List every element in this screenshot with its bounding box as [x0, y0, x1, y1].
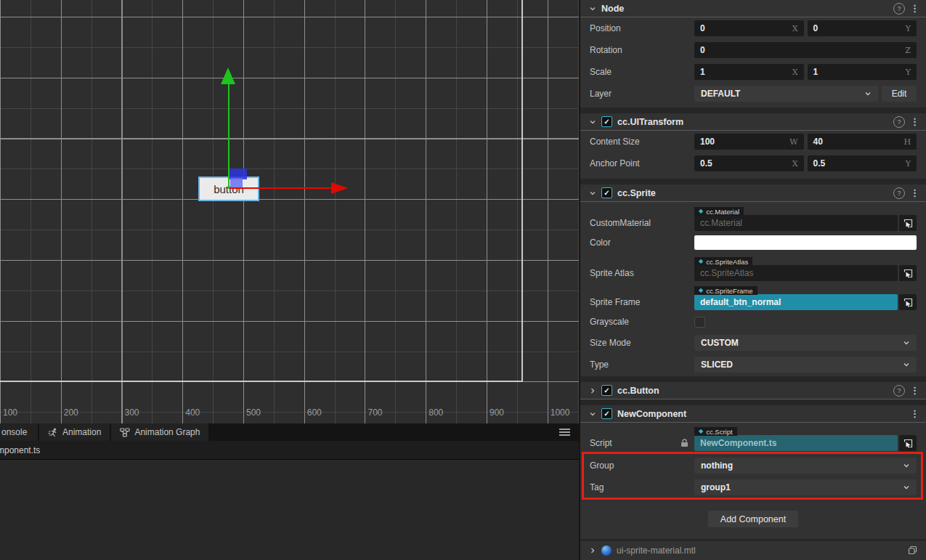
diamond-icon: ◆: [699, 259, 703, 264]
sprite-atlas-row: Sprite Atlas ◆cc.SpriteAtlas cc.SpriteAt…: [580, 256, 926, 281]
unit-x: X: [792, 159, 798, 169]
component-enabled-checkbox[interactable]: [601, 408, 612, 419]
asset-picker-button[interactable]: [899, 435, 917, 451]
unit-x: X: [792, 24, 798, 33]
gizmo-x-axis-arrow-icon[interactable]: [331, 182, 348, 194]
type-row: Type SLICED: [580, 354, 926, 375]
help-icon[interactable]: [893, 187, 905, 199]
node-section-header[interactable]: Node: [580, 0, 926, 17]
section-menu-icon[interactable]: [910, 408, 917, 419]
scale-x-field[interactable]: 1 X: [694, 64, 804, 80]
asset-picker-icon: [903, 269, 913, 278]
asset-picker-icon: [903, 439, 913, 448]
content-size-h-field[interactable]: 40 H: [808, 134, 917, 150]
custom-material-field[interactable]: cc.Material: [694, 215, 898, 231]
help-icon[interactable]: [893, 116, 905, 128]
sprite-frame-field[interactable]: default_btn_normal: [694, 294, 898, 310]
script-file-label: mponent.ts: [0, 445, 40, 455]
design-canvas-bottom-edge: [0, 381, 523, 382]
layer-edit-button[interactable]: Edit: [882, 86, 917, 102]
scene-viewport[interactable]: 1002003004005006007008009001000 button: [0, 0, 579, 423]
unit-x: X: [792, 68, 798, 77]
tab-animation[interactable]: Animation: [39, 423, 110, 441]
copy-icon[interactable]: [908, 545, 917, 555]
section-menu-icon[interactable]: [910, 187, 917, 198]
asset-picker-button[interactable]: [899, 265, 917, 281]
new-component-section-header[interactable]: NewComponent: [580, 405, 926, 423]
chevron-right-icon[interactable]: [589, 547, 596, 554]
panel-menu-button[interactable]: [551, 423, 579, 441]
property-label: CustomMaterial: [590, 215, 694, 231]
asset-type-chip: ◆cc.SpriteAtlas: [694, 257, 752, 266]
ruler-label: 300: [125, 407, 139, 418]
script-field[interactable]: NewComponent.ts: [694, 435, 898, 451]
section-title: Node: [601, 4, 888, 14]
tab-animation-graph[interactable]: Animation Graph: [111, 423, 208, 441]
gizmo-y-axis-arrow-icon[interactable]: [221, 68, 235, 84]
rotation-z-field[interactable]: 0 Z: [694, 42, 917, 58]
sprite-section-header[interactable]: cc.Sprite: [580, 184, 926, 202]
asset-picker-button[interactable]: [899, 215, 917, 231]
scale-y-field[interactable]: 1 Y: [808, 64, 917, 80]
component-enabled-checkbox[interactable]: [601, 116, 612, 127]
section-menu-icon[interactable]: [910, 3, 917, 14]
add-component-button[interactable]: Add Component: [708, 511, 798, 527]
position-x-field[interactable]: 0 X: [694, 20, 804, 36]
type-select[interactable]: SLICED: [694, 357, 917, 373]
button-section-header[interactable]: cc.Button: [580, 382, 926, 399]
uitransform-section-header[interactable]: cc.UITransform: [580, 113, 926, 131]
asset-picker-button[interactable]: [899, 294, 917, 310]
property-label: Tag: [590, 482, 694, 492]
chevron-down-icon: [903, 462, 910, 469]
cocos-editor-window: 1002003004005006007008009001000 button o…: [0, 0, 926, 560]
property-label: Color: [590, 238, 694, 248]
ruler-label: 600: [307, 407, 322, 418]
sprite-atlas-field[interactable]: cc.SpriteAtlas: [694, 265, 898, 281]
property-label: Content Size: [590, 137, 694, 147]
tag-row: Tag group1: [580, 476, 926, 498]
script-file-bar[interactable]: mponent.ts: [0, 441, 579, 460]
chevron-down-icon[interactable]: [589, 5, 596, 12]
chevron-down-icon[interactable]: [589, 190, 596, 197]
section-title: cc.Sprite: [617, 188, 888, 198]
content-size-row: Content Size 100 W 40 H: [580, 131, 926, 153]
tabbar-spacer: [210, 423, 551, 441]
property-label: Layer: [590, 89, 694, 99]
layer-row: Layer DEFAULT Edit: [580, 83, 926, 105]
help-icon[interactable]: [893, 385, 905, 397]
gizmo-x-axis-line[interactable]: [230, 187, 333, 189]
color-swatch[interactable]: [694, 235, 917, 250]
ruler-label: 100: [3, 407, 17, 418]
section-menu-icon[interactable]: [910, 385, 917, 396]
size-mode-select[interactable]: CUSTOM: [694, 335, 917, 351]
section-sprite: cc.Sprite CustomMaterial ◆cc.Material cc…: [580, 184, 926, 376]
anchor-y-field[interactable]: 0.5 Y: [808, 155, 917, 171]
grayscale-checkbox[interactable]: [694, 317, 705, 328]
position-y-field[interactable]: 0 Y: [808, 20, 917, 36]
ruler-label: 700: [368, 407, 383, 418]
unit-z: Z: [905, 46, 911, 55]
tag-select[interactable]: group1: [694, 479, 917, 495]
component-enabled-checkbox[interactable]: [601, 187, 612, 198]
anchor-x-field[interactable]: 0.5 X: [694, 155, 804, 171]
group-row: Group nothing: [580, 455, 926, 476]
section-title: cc.UITransform: [617, 117, 888, 127]
section-menu-icon[interactable]: [910, 116, 917, 127]
chevron-down-icon[interactable]: [589, 410, 596, 418]
material-name: ui-sprite-material.mtl: [617, 545, 696, 556]
ruler-label: 1000: [551, 407, 570, 418]
help-icon[interactable]: [893, 3, 905, 15]
gizmo-center-handle-highlight: [230, 178, 243, 187]
chevron-right-icon[interactable]: [589, 387, 596, 394]
component-enabled-checkbox[interactable]: [601, 385, 612, 396]
animation-graph-icon: [120, 428, 130, 437]
layer-select[interactable]: DEFAULT: [694, 86, 878, 102]
inspector-panel: Node Position 0 X 0 Y Rotati: [579, 0, 926, 560]
group-select[interactable]: nothing: [694, 458, 917, 474]
content-size-w-field[interactable]: 100 W: [694, 134, 804, 150]
chevron-down-icon[interactable]: [589, 118, 596, 126]
material-footer-row[interactable]: ui-sprite-material.mtl: [580, 539, 926, 559]
custom-material-row: CustomMaterial ◆cc.Material cc.Material: [580, 206, 926, 231]
tab-console[interactable]: onsole: [0, 423, 38, 441]
asset-picker-icon: [903, 219, 913, 228]
